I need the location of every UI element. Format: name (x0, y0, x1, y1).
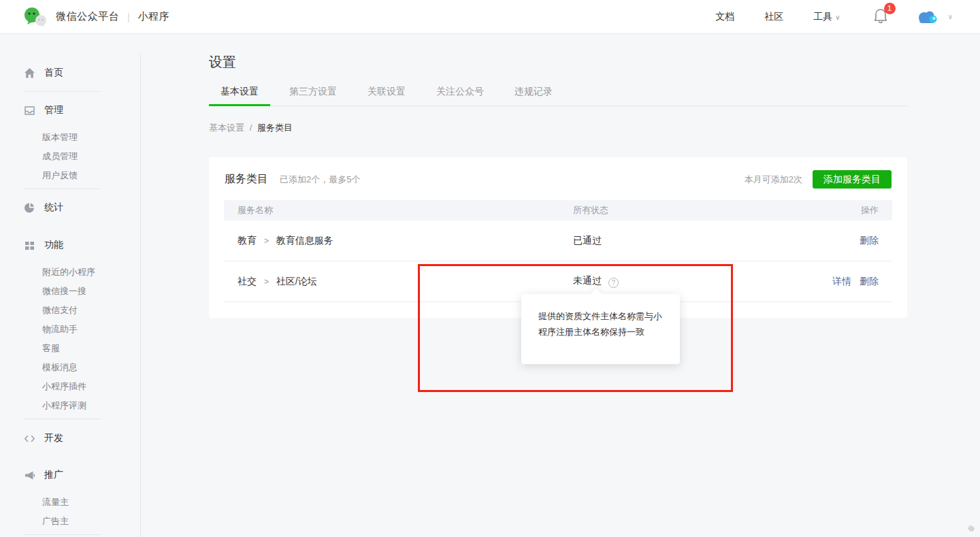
grid-icon (24, 240, 35, 251)
pie-chart-icon (24, 202, 35, 214)
sidebar-item-label: 推广 (44, 469, 63, 481)
sidebar-item-template-message[interactable]: 模板消息 (0, 358, 140, 377)
sidebar-item-promote[interactable]: 推广 (0, 466, 140, 484)
megaphone-icon (24, 470, 35, 481)
row-subcategory: 社区/论坛 (276, 276, 317, 287)
sidebar-item-plugins[interactable]: 小程序插件 (0, 377, 140, 396)
service-category-table: 服务名称 所有状态 操作 教育 > 教育信息服务 已通过 删除 社交 > (224, 200, 892, 302)
sidebar-item-advertiser[interactable]: 广告主 (0, 512, 140, 531)
page-title: 设置 (209, 53, 907, 71)
card-subtitle: 已添加2个，最多5个 (280, 174, 360, 186)
quota-hint: 本月可添加2次 (745, 174, 802, 186)
tooltip-text: 提供的资质文件主体名称需与小程序注册主体名称保持一致 (538, 311, 662, 337)
sidebar-item-stats[interactable]: 统计 (0, 199, 140, 216)
sidebar-item-user-feedback[interactable]: 用户反馈 (0, 166, 140, 185)
breadcrumb: 基本设置 / 服务类目 (209, 122, 907, 134)
help-question-icon[interactable]: ? (608, 278, 619, 288)
nav-community-link[interactable]: 社区 (764, 11, 783, 23)
sidebar-item-nearby-miniprogram[interactable]: 附近的小程序 (0, 263, 140, 282)
sidebar-item-version-manage[interactable]: 版本管理 (0, 128, 140, 147)
brand[interactable]: 微信公众平台 | 小程序 (23, 7, 169, 27)
breadcrumb-parent[interactable]: 基本设置 (209, 123, 244, 133)
sidebar-item-member-manage[interactable]: 成员管理 (0, 147, 140, 166)
page-corner-artifact (968, 525, 975, 532)
sidebar-divider-vertical (140, 53, 141, 537)
avatar (917, 9, 938, 25)
row-arrow: > (264, 277, 269, 287)
notification-badge: 1 (884, 3, 896, 14)
sidebar-item-label: 功能 (44, 239, 63, 251)
sidebar-item-customer-service[interactable]: 客服 (0, 339, 140, 358)
nav-tools-link[interactable]: 工具∨ (813, 11, 840, 23)
brand-title: 微信公众平台 (56, 10, 119, 23)
sidebar-item-traffic-owner[interactable]: 流量主 (0, 493, 140, 512)
account-menu-button[interactable]: ∨ (917, 9, 953, 25)
sidebar-divider (24, 91, 101, 92)
tab-violation-records[interactable]: 违规记录 (503, 86, 564, 105)
breadcrumb-current: 服务类目 (257, 123, 293, 133)
column-header-action: 操作 (790, 204, 892, 216)
status-help-tooltip: 提供的资质文件主体名称需与小程序注册主体名称保持一致 (521, 294, 680, 364)
nav-docs-link[interactable]: 文档 (715, 11, 734, 23)
tab-basic-settings[interactable]: 基本设置 (209, 86, 270, 105)
card-title: 服务类目 (225, 172, 268, 186)
column-header-service-name: 服务名称 (224, 204, 573, 216)
top-header: 微信公众平台 | 小程序 文档 社区 工具∨ 1 ∨ (0, 0, 980, 34)
sidebar-item-wechat-pay[interactable]: 微信支付 (0, 301, 140, 320)
table-row: 教育 > 教育信息服务 已通过 删除 (224, 221, 892, 261)
sidebar-item-label: 首页 (44, 67, 63, 79)
sidebar-item-label: 管理 (44, 104, 63, 116)
sidebar-item-label: 开发 (44, 432, 63, 444)
delete-link[interactable]: 删除 (860, 276, 879, 287)
sidebar-item-home[interactable]: 首页 (0, 64, 140, 82)
brand-subtitle: 小程序 (138, 10, 170, 23)
sidebar-item-dev[interactable]: 开发 (0, 429, 140, 447)
wechat-logo-icon (23, 7, 48, 27)
row-subcategory: 教育信息服务 (276, 235, 333, 246)
breadcrumb-separator: / (250, 123, 252, 133)
main-content: 设置 基本设置 第三方设置 关联设置 关注公众号 违规记录 基本设置 / 服务类… (209, 34, 907, 318)
sidebar-item-wechat-search[interactable]: 微信搜一搜 (0, 282, 140, 301)
row-status: 已通过 (573, 235, 790, 247)
settings-tabs: 基本设置 第三方设置 关联设置 关注公众号 违规记录 (209, 86, 907, 106)
sidebar-divider (24, 419, 101, 419)
sidebar: 首页 管理 版本管理 成员管理 用户反馈 统计 功能 附近的小程序 微信搜一搜 … (0, 34, 140, 537)
detail-link[interactable]: 详情 (832, 276, 851, 287)
add-service-category-button[interactable]: 添加服务类目 (813, 170, 892, 189)
sidebar-item-logistics[interactable]: 物流助手 (0, 320, 140, 339)
chevron-down-icon: ∨ (948, 13, 953, 20)
tab-linked-settings[interactable]: 关联设置 (356, 86, 417, 105)
notification-bell-button[interactable]: 1 (873, 7, 888, 26)
chevron-down-icon: ∨ (835, 14, 840, 21)
delete-link[interactable]: 删除 (860, 235, 879, 246)
row-arrow: > (264, 236, 269, 246)
inbox-icon (24, 105, 35, 116)
tab-follow-official-account[interactable]: 关注公众号 (425, 86, 495, 105)
code-icon (24, 433, 35, 444)
row-category: 社交 (238, 276, 257, 287)
tab-thirdparty-settings[interactable]: 第三方设置 (278, 86, 348, 105)
sidebar-divider (24, 534, 101, 535)
home-icon (24, 67, 35, 79)
sidebar-item-evaluation[interactable]: 小程序评测 (0, 396, 140, 415)
column-header-status: 所有状态 (573, 204, 790, 216)
sidebar-item-label: 统计 (44, 201, 63, 214)
brand-separator: | (127, 12, 130, 22)
row-category: 教育 (238, 235, 257, 246)
sidebar-item-features[interactable]: 功能 (0, 236, 140, 254)
sidebar-item-manage[interactable]: 管理 (0, 101, 140, 119)
row-status: 未通过 (573, 275, 602, 286)
table-header-row: 服务名称 所有状态 操作 (224, 200, 892, 221)
sidebar-divider (24, 189, 101, 189)
